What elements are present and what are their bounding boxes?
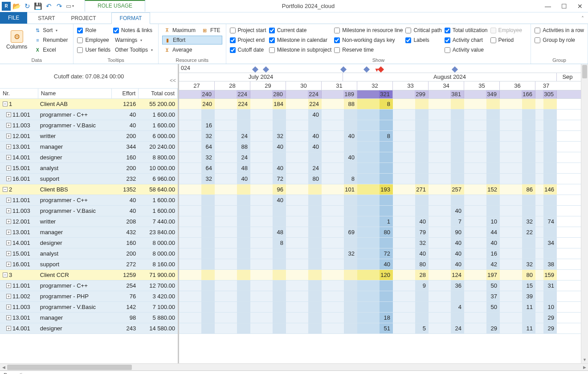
chk-reserve[interactable]: Reserve time <box>334 45 403 54</box>
timeline-row[interactable]: 1407103274 <box>179 216 588 227</box>
properties-panel[interactable]: Properties <box>0 370 588 374</box>
chk-current-date[interactable]: Current date <box>269 26 332 35</box>
undo-icon[interactable]: ↶ <box>44 1 53 11</box>
chk-activity-chart[interactable]: Activity chart <box>445 36 488 45</box>
chk-project-start[interactable]: Project start <box>230 26 266 35</box>
expand-icon[interactable]: + <box>6 155 11 160</box>
expand-icon[interactable]: + <box>6 112 11 117</box>
timeline-row[interactable]: 324072808 <box>179 174 588 184</box>
horizontal-scrollbar[interactable]: ◀ ▶ <box>0 363 588 370</box>
chk-employee[interactable]: Employee <box>77 36 110 45</box>
timeline-row[interactable]: 40 <box>179 110 588 120</box>
expand-icon[interactable]: + <box>6 123 11 128</box>
table-row[interactable]: +14.001designer24314 580.00 <box>0 323 178 334</box>
minimize-button[interactable]: — <box>540 0 556 12</box>
chk-milestone-subproject[interactable]: Milestone in subproject <box>269 45 332 54</box>
timeline-row[interactable]: 3739 <box>179 291 588 302</box>
expand-icon[interactable]: + <box>6 326 11 331</box>
tab-format[interactable]: FORMAT <box>111 12 151 24</box>
week-header[interactable]: 32 <box>357 81 393 90</box>
chk-labels[interactable]: Labels <box>405 36 441 45</box>
chk-notes[interactable]: Notes & links <box>113 26 155 35</box>
table-row[interactable]: +13.001manager43223 840.00 <box>0 227 178 238</box>
table-row[interactable]: +11.003programmer - V.Basic401 600.00 <box>0 206 178 216</box>
week-header[interactable]: 36 <box>500 81 535 90</box>
timeline-row[interactable]: 48698079904422 <box>179 227 588 238</box>
timeline-row[interactable]: 64884040 <box>179 142 588 152</box>
tab-start[interactable]: START <box>30 13 63 24</box>
table-row[interactable]: +13.001manager985 880.00 <box>0 313 178 323</box>
vertical-scrollbar[interactable]: ▲ ▼ <box>581 64 588 363</box>
timeline-row[interactable]: 936501531 <box>179 280 588 291</box>
expand-icon[interactable]: + <box>6 219 11 224</box>
average-button[interactable]: ⊻Average <box>162 45 222 54</box>
col-cost[interactable]: Total cost <box>139 89 178 98</box>
table-row[interactable]: +15.001analyst20010 000.00 <box>0 163 178 174</box>
chk-project-end[interactable]: Project end <box>230 36 266 45</box>
table-row[interactable]: +11.001programmer - C++401 600.00 <box>0 110 178 120</box>
expand-icon[interactable]: + <box>6 208 11 213</box>
redo-icon[interactable]: ↷ <box>54 1 64 11</box>
chk-nonworking[interactable]: Non-working days key <box>334 36 403 45</box>
expand-icon[interactable]: + <box>6 305 11 309</box>
expand-icon[interactable]: + <box>6 262 11 267</box>
table-row[interactable]: +14.001designer1608 800.00 <box>0 152 178 163</box>
week-header[interactable]: 29 <box>250 81 286 90</box>
chk-total-util[interactable]: Total utilization <box>445 26 488 35</box>
renumber-button[interactable]: ≡Renumber <box>33 36 69 45</box>
expand-icon[interactable]: + <box>6 294 11 299</box>
scroll-right-icon[interactable]: ▶ <box>581 364 588 371</box>
collapse-left-icon[interactable]: << <box>170 77 176 84</box>
tab-file[interactable]: FILE <box>0 12 27 24</box>
table-row[interactable]: +11.003programmer - V.Basic1427 100.00 <box>0 302 178 313</box>
table-row[interactable]: +12.001writter2087 440.00 <box>0 216 178 227</box>
timeline-row[interactable]: 322440 <box>179 152 588 163</box>
collapse-icon[interactable]: − <box>3 102 8 106</box>
week-header[interactable]: 35 <box>464 81 500 90</box>
chk-userfields[interactable]: User fields <box>77 45 110 54</box>
chk-group-role[interactable]: Group by role <box>535 36 584 45</box>
table-row[interactable]: +15.001analyst2008 000.00 <box>0 248 178 259</box>
save-icon[interactable]: 💾 <box>33 1 43 11</box>
week-header[interactable]: 33 <box>393 81 429 90</box>
maximum-button[interactable]: ⊼Maximum <box>162 26 197 35</box>
collapse-icon[interactable]: − <box>3 187 8 192</box>
timeline-row[interactable]: 32243240408 <box>179 131 588 142</box>
chk-cutoff-date[interactable]: Cutoff date <box>230 45 266 54</box>
effort-button[interactable]: ▮Effort <box>162 36 222 45</box>
col-effort[interactable]: Effort <box>112 89 139 98</box>
timeline-row[interactable]: 51524291129 <box>179 323 588 334</box>
week-header[interactable]: 31 <box>322 81 357 90</box>
collapse-icon[interactable]: − <box>3 272 8 277</box>
week-header[interactable]: 37 <box>535 81 557 90</box>
refresh-icon[interactable]: ↻ <box>22 1 32 11</box>
expand-icon[interactable]: + <box>6 166 11 171</box>
window-icon[interactable]: ▭▾ <box>65 1 75 11</box>
chk-milestone-resline[interactable]: Milestone in resource line <box>334 26 403 35</box>
app-icon[interactable]: R <box>2 2 11 11</box>
table-row[interactable]: +14.001designer1608 000.00 <box>0 238 178 248</box>
table-row[interactable]: −3Client CCR125971 900.00 <box>0 270 178 280</box>
hscroll-thumb[interactable] <box>7 365 132 370</box>
expand-icon[interactable]: + <box>6 315 11 320</box>
timeline-row[interactable]: 4501110 <box>179 302 588 313</box>
expand-icon[interactable]: + <box>6 176 11 181</box>
table-row[interactable]: +16.001support2326 960.00 <box>0 174 178 184</box>
expand-icon[interactable]: + <box>6 230 11 235</box>
table-row[interactable]: −2Client BBS135258 640.00 <box>0 184 178 195</box>
timeline-row[interactable]: 3272404016 <box>179 248 588 259</box>
chk-role[interactable]: Role <box>77 26 110 35</box>
chk-activity-value[interactable]: Activity value <box>445 45 488 54</box>
table-row[interactable]: +13.001manager34420 240.00 <box>0 142 178 152</box>
warnings-button[interactable]: Warnings▾ <box>113 36 155 45</box>
timeline-row[interactable]: 64484024 <box>179 163 588 174</box>
chk-activities-row[interactable]: Activities in a row <box>535 26 584 35</box>
table-row[interactable]: +11.002programmer - PHP763 420.00 <box>0 291 178 302</box>
chk-critical-path[interactable]: Critical path <box>405 26 441 35</box>
table-row[interactable]: +16.001support2728 160.00 <box>0 259 178 270</box>
timeline-row[interactable]: 240224184224888 <box>179 99 588 110</box>
col-nr[interactable]: Nr. <box>0 89 38 98</box>
table-row[interactable]: +11.001programmer - C++25412 700.00 <box>0 280 178 291</box>
expand-icon[interactable]: + <box>6 144 11 149</box>
table-row[interactable]: +12.001writter2006 000.00 <box>0 131 178 142</box>
